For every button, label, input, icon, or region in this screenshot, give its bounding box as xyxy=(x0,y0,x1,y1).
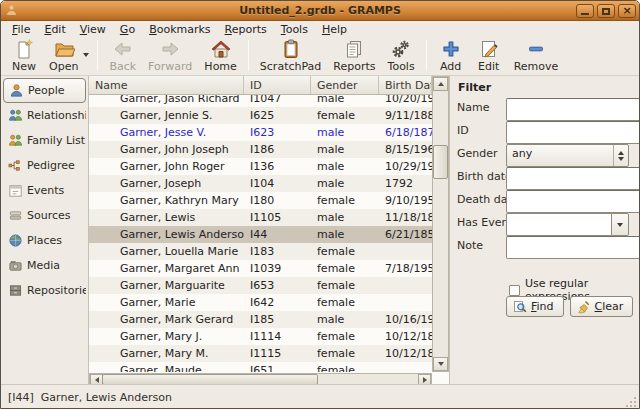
cell-id: I185 xyxy=(244,313,311,326)
table-row[interactable]: Garner, Lewis AndersonI44male6/21/1855 xyxy=(89,226,432,243)
cell-birth-date: 6/18/1876 xyxy=(379,126,432,139)
table-row[interactable]: Garner, Louella MarieI183female xyxy=(89,243,432,260)
note-input[interactable] xyxy=(506,236,640,259)
table-row[interactable]: Garner, Jesse V.I623male6/18/1876 xyxy=(89,124,432,141)
toolbar-tools-label: Tools xyxy=(388,60,415,73)
toolbar-open-button[interactable]: Open xyxy=(43,37,84,74)
find-icon xyxy=(513,300,527,314)
column-header-birth-date[interactable]: Birth Date xyxy=(379,76,432,94)
cell-gender: male xyxy=(311,143,379,156)
birth-date-input[interactable] xyxy=(506,167,640,190)
clear-button[interactable]: Clear xyxy=(570,296,634,317)
cell-gender: female xyxy=(311,262,379,275)
table-row[interactable]: Garner, LewisI1105male11/18/1823 xyxy=(89,209,432,226)
cell-gender: male xyxy=(311,313,379,326)
toolbar-remove-button[interactable]: Remove xyxy=(508,37,565,74)
column-header-id[interactable]: ID xyxy=(244,76,311,94)
id-input[interactable] xyxy=(506,121,640,144)
has-event-select[interactable] xyxy=(506,213,629,236)
vertical-scrollbar[interactable] xyxy=(432,76,449,372)
toolbar-home-button[interactable]: Home xyxy=(198,37,242,74)
table-row[interactable]: Garner, MarguariteI653female xyxy=(89,277,432,294)
toolbar-new-button[interactable]: New xyxy=(5,37,43,74)
clear-button-label: Clear xyxy=(595,300,624,313)
filter-label-note: Note xyxy=(457,239,483,252)
cell-id: I653 xyxy=(244,279,311,292)
toolbar-reports-button[interactable]: Reports xyxy=(327,37,381,74)
sidebar-item-relationships[interactable]: Relationships xyxy=(3,103,86,128)
toolbar-add-button[interactable]: Add xyxy=(432,37,470,74)
chevron-down-icon[interactable] xyxy=(611,213,629,236)
sidebar-item-sources[interactable]: Sources xyxy=(3,203,86,228)
vertical-scrollbar-thumb[interactable] xyxy=(433,145,448,179)
menu-help[interactable]: Help xyxy=(315,22,354,37)
cell-gender: female xyxy=(311,296,379,309)
toolbar-scratchpad-button[interactable]: ScratchPad xyxy=(254,37,328,74)
sidebar-item-label: Events xyxy=(27,184,64,197)
filter-label-gender: Gender xyxy=(457,147,498,160)
sidebar-item-media[interactable]: Media xyxy=(3,253,86,278)
menu-view[interactable]: View xyxy=(73,22,113,37)
column-header-gender[interactable]: Gender xyxy=(311,76,379,94)
scroll-down-arrow-icon[interactable] xyxy=(433,357,448,371)
people-table: NameIDGenderBirth Date Garner, Jason Ric… xyxy=(89,76,449,384)
table-row[interactable]: Garner, MarieI642female xyxy=(89,294,432,311)
scroll-up-arrow-icon[interactable] xyxy=(433,77,448,91)
cell-name: Garner, Margaret Ann xyxy=(89,262,244,275)
name-input[interactable] xyxy=(506,98,640,121)
table-row[interactable]: Garner, Mary J.I1114female10/12/1851 xyxy=(89,328,432,345)
toolbar-edit-button[interactable]: Edit xyxy=(470,37,508,74)
table-row[interactable]: Garner, John JosephI186male8/15/1961 xyxy=(89,141,432,158)
close-button[interactable]: × xyxy=(618,4,636,18)
death-date-input[interactable] xyxy=(506,190,640,213)
person-icon xyxy=(9,83,24,98)
events-icon xyxy=(8,183,23,198)
cell-birth-date: 9/11/1880 xyxy=(379,109,432,122)
sidebar-item-pedigree[interactable]: Pedigree xyxy=(3,153,86,178)
home-icon xyxy=(210,38,232,60)
open-dropdown-arrow-icon[interactable] xyxy=(80,40,92,70)
table-row[interactable]: Garner, Jennie S.I625female9/11/1880 xyxy=(89,107,432,124)
sidebar-item-label: Media xyxy=(27,259,60,272)
table-row[interactable]: Garner, JosephI104male1792 xyxy=(89,175,432,192)
menu-go[interactable]: Go xyxy=(113,22,142,37)
cell-birth-date: 7/18/1951 xyxy=(379,262,432,275)
menu-file[interactable]: File xyxy=(5,22,37,37)
statusbar: [I44] Garner, Lewis Anderson xyxy=(1,384,639,409)
sidebar-item-places[interactable]: Places xyxy=(3,228,86,253)
menu-edit[interactable]: Edit xyxy=(37,22,72,37)
cell-id: I183 xyxy=(244,245,311,258)
table-row[interactable]: Garner, MaudeI651female xyxy=(89,362,432,372)
toolbar-tools-button[interactable]: Tools xyxy=(382,37,421,74)
resize-grip[interactable] xyxy=(625,396,637,408)
table-row[interactable]: Garner, Jason RichardI1047male10/20/1975 xyxy=(89,95,432,107)
menu-reports[interactable]: Reports xyxy=(218,22,274,37)
menu-bookmarks[interactable]: Bookmarks xyxy=(142,22,217,37)
table-row[interactable]: Garner, Mark GerardI185male10/16/1962 xyxy=(89,311,432,328)
table-row[interactable]: Garner, Kathryn MaryI180female9/10/1952 xyxy=(89,192,432,209)
spinner-arrows-icon[interactable] xyxy=(613,145,628,166)
maximize-button[interactable] xyxy=(597,4,615,18)
toolbar-separator xyxy=(426,40,427,71)
table-row[interactable]: Garner, Mary M.I1115female10/12/1851 xyxy=(89,345,432,362)
titlebar[interactable]: Untitled_2.grdb - GRAMPS × xyxy=(1,1,639,21)
cell-name: Garner, Marie xyxy=(89,296,244,309)
gender-select[interactable]: any xyxy=(506,144,629,167)
cell-id: I180 xyxy=(244,194,311,207)
sidebar-item-people[interactable]: People xyxy=(3,78,86,103)
cell-name: Garner, Marguarite xyxy=(89,279,244,292)
menu-tools[interactable]: Tools xyxy=(274,22,315,37)
sidebar-item-family-list[interactable]: Family List xyxy=(3,128,86,153)
sidebar-item-events[interactable]: Events xyxy=(3,178,86,203)
minimize-button[interactable] xyxy=(576,4,594,18)
edit-icon xyxy=(478,38,500,60)
sidebar-item-repositories[interactable]: Repositories xyxy=(3,278,86,303)
remove-icon xyxy=(525,38,547,60)
use-regex-checkbox[interactable] xyxy=(509,285,520,296)
table-row[interactable]: Garner, Margaret AnnI1039female7/18/1951 xyxy=(89,260,432,277)
column-header-name[interactable]: Name xyxy=(89,76,244,94)
find-button[interactable]: Find xyxy=(506,296,564,317)
table-body: Garner, Jason RichardI1047male10/20/1975… xyxy=(89,95,432,372)
repositories-icon xyxy=(8,283,23,298)
table-row[interactable]: Garner, John RogerI136male10/29/1925 xyxy=(89,158,432,175)
